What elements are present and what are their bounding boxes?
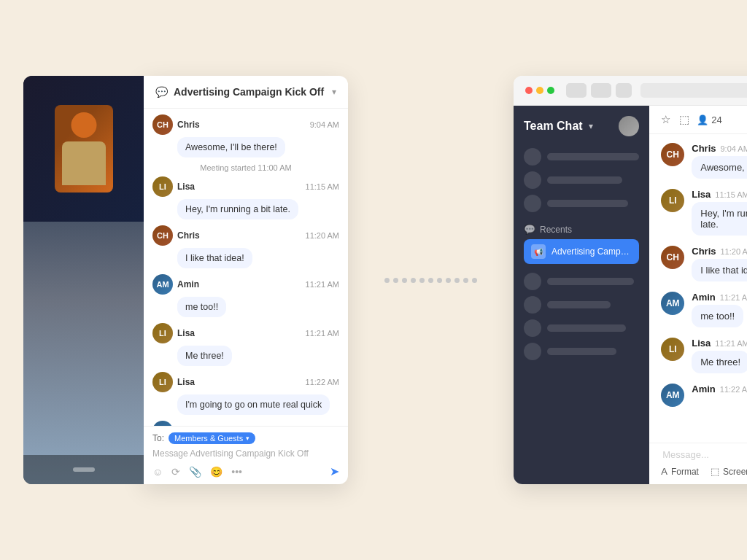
avatar-img: CH: [661, 246, 684, 269]
message-group-1: CH Chris 9:04 AM Awesome, I'll be there!: [152, 114, 339, 158]
audience-badge[interactable]: Members & Guests ▾: [169, 432, 255, 444]
main-chat-messages[interactable]: CH Chris 9:04 AM Awesome, I'll be there!: [649, 134, 747, 443]
main-chat-area: ☆ ⬚ 👤 24 CH: [649, 106, 747, 484]
recents-section: 💬 Recents 📢 Advertising Campaign Kick...: [514, 218, 649, 267]
sender: Chris: [692, 143, 716, 154]
sender: Lisa: [692, 338, 711, 349]
link-icon[interactable]: ⟳: [171, 466, 180, 478]
send-button[interactable]: ➤: [330, 464, 339, 478]
time: 11:20 AM: [721, 247, 748, 256]
to-label: To:: [152, 433, 164, 443]
left-chat-header: 💬 Advertising Campaign Kick Off ▾: [144, 76, 348, 109]
msg-meta-6: LI Lisa 11:22 AM: [152, 372, 339, 392]
recent-item-active[interactable]: 📢 Advertising Campaign Kick...: [524, 239, 639, 264]
nav-btn-2: [591, 83, 611, 98]
emoji-icon[interactable]: ☺: [152, 466, 163, 478]
msg-meta: Lisa 11:15 AM: [692, 189, 747, 200]
skel-row-2: [524, 171, 639, 189]
msg-meta: Amin 11:21 AM: [692, 292, 747, 303]
format-button[interactable]: A Format: [661, 466, 699, 477]
dot-10: [463, 278, 468, 283]
folder-icon[interactable]: ⬚: [679, 113, 689, 126]
main-chat-footer: Message... A Format ⬚ Screenshot ▾: [649, 443, 747, 484]
msg-time: 9:04 AM: [310, 120, 339, 129]
gif-icon[interactable]: 😊: [210, 466, 222, 478]
avatar-chris-1: CH: [152, 114, 173, 135]
main-msg-group-3: CH Chris 11:20 AM I like that idea!: [661, 246, 747, 281]
sender-name: Chris: [177, 120, 200, 130]
left-chat-messages[interactable]: CH Chris 9:04 AM Awesome, I'll be there!…: [144, 109, 348, 426]
skel-row-5: [524, 296, 639, 314]
message-group-7: AM Amin 11:30 AM Great discussion team! …: [152, 421, 339, 426]
skel-row-4: [524, 273, 639, 290]
avatar-img: CH: [152, 114, 173, 135]
msg-meta-1: CH Chris 9:04 AM: [152, 114, 339, 135]
format-label: Format: [671, 467, 699, 477]
skel-line: [547, 153, 639, 160]
msg-time: 11:21 AM: [306, 280, 339, 289]
recents-label: Recents: [540, 225, 572, 235]
main-avatar-amin-1: AM: [661, 292, 684, 315]
dot-5: [419, 278, 425, 283]
video-indicator: [73, 467, 95, 472]
screenshot-button[interactable]: ⬚ Screenshot ▾: [711, 466, 747, 477]
skel-circle: [524, 171, 541, 189]
msg-meta-3: CH Chris 11:20 AM: [152, 225, 339, 246]
main-toolbar: A Format ⬚ Screenshot ▾ 📄 File: [661, 466, 747, 477]
sender-name: Chris: [177, 230, 200, 241]
avatar-img: AM: [661, 384, 684, 407]
dot-11: [472, 278, 477, 283]
message-group-6: LI Lisa 11:22 AM I'm going to go on mute…: [152, 372, 339, 415]
msg-bubble: me too!!: [177, 297, 226, 317]
msg-content: Lisa 11:15 AM Hey, I'm running a bit lat…: [692, 189, 747, 236]
main-container: 💬 Advertising Campaign Kick Off ▾ CH Chr…: [23, 76, 724, 484]
titlebar-nav-buttons: [566, 83, 632, 98]
attachment-icon[interactable]: 📎: [189, 466, 201, 478]
skel-row-3: [524, 195, 639, 212]
dots-connector: [377, 278, 484, 283]
left-panel: 💬 Advertising Campaign Kick Off ▾ CH Chr…: [23, 76, 348, 484]
dot-7: [437, 278, 442, 283]
msg-meta: Chris 9:04 AM: [692, 143, 747, 154]
avatar-amin-1: AM: [152, 274, 173, 295]
msg-time: 11:20 AM: [306, 231, 339, 240]
star-icon[interactable]: ☆: [661, 113, 670, 126]
more-icon[interactable]: •••: [231, 466, 242, 478]
msg-meta-4: AM Amin 11:21 AM: [152, 274, 339, 295]
skel-line: [547, 200, 628, 207]
close-dot: [525, 87, 533, 94]
badge-text: Members & Guests: [174, 434, 243, 443]
bubble: Awesome, I'll be there!: [692, 156, 747, 179]
min-dot: [536, 87, 543, 94]
user-avatar[interactable]: [619, 116, 639, 136]
recents-icon: 💬: [524, 224, 535, 235]
dot-3: [402, 278, 407, 283]
msg-bubble: Awesome, I'll be there!: [177, 137, 285, 158]
msg-meta: Lisa 11:21 AM: [692, 338, 747, 349]
sender-name: Lisa: [177, 377, 195, 387]
time: 11:21 AM: [715, 339, 747, 348]
sender: Amin: [692, 384, 716, 394]
skel-row-7: [524, 343, 639, 360]
dot-1: [384, 278, 390, 283]
skel-circle: [524, 195, 541, 212]
chat-header-icon: 💬: [155, 86, 168, 98]
dot-4: [411, 278, 416, 283]
sidebar-skeleton-bottom: [514, 267, 649, 366]
msg-content: Chris 9:04 AM Awesome, I'll be there!: [692, 143, 747, 179]
avatar-img: LI: [152, 372, 173, 392]
time: 11:22 AM: [720, 385, 747, 394]
header-chevron-icon: ▾: [332, 87, 336, 97]
msg-bubble: I like that idea!: [177, 248, 252, 268]
msg-meta-5: LI Lisa 11:21 AM: [152, 323, 339, 343]
msg-content: Amin 11:21 AM me too!!: [692, 292, 747, 327]
main-message-input[interactable]: Message...: [661, 449, 747, 460]
bubble: Hey, I'm running a bit late.: [692, 202, 747, 236]
team-chat-chevron-icon[interactable]: ▾: [589, 121, 593, 131]
time: 11:15 AM: [715, 190, 747, 199]
message-input-placeholder[interactable]: Message Advertising Campaign Kick Off: [152, 448, 339, 459]
msg-bubble: Hey, I'm running a bit late.: [177, 199, 298, 219]
window-body: Team Chat ▾: [514, 106, 747, 484]
bubble: I like that idea!: [692, 259, 747, 281]
titlebar-search[interactable]: [640, 83, 747, 98]
